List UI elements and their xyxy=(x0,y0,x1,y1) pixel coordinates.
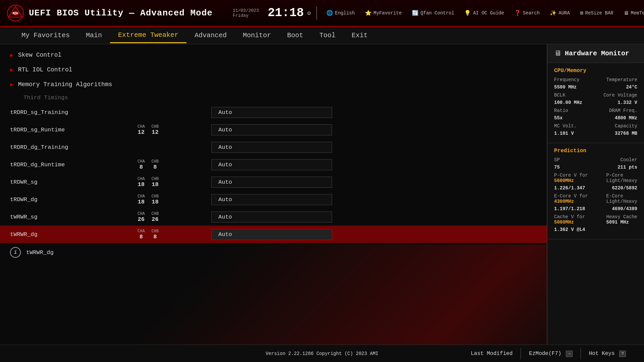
dram-freq-label: DRAM Freq. xyxy=(609,108,637,113)
sidebar-item-rtl-iol[interactable]: ▶ RTL IOL Control xyxy=(0,62,547,77)
settings-icon[interactable]: ⚙ xyxy=(307,9,311,17)
nav-extreme-tweaker[interactable]: Extreme Tweaker xyxy=(110,28,186,43)
datetime-block: 11/03/2023 Friday xyxy=(233,8,259,18)
ezmode-button[interactable]: EzMode(F7) → xyxy=(521,348,581,359)
pcore-v-col: P-Core V for 5600MHz xyxy=(554,173,588,183)
qfan-icon: 🔄 xyxy=(412,10,419,16)
timing-value-box[interactable]: Auto xyxy=(211,107,332,118)
header-title: UEFI BIOS Utility — Advanced Mode xyxy=(29,8,213,18)
pcore-v-freq: 5600MHz xyxy=(554,178,588,183)
timing-value-box[interactable]: Auto xyxy=(211,229,332,240)
core-voltage-label: Core Voltage xyxy=(603,93,637,98)
toolbar-qfan[interactable]: 🔄 Qfan Control xyxy=(408,8,459,18)
footer-version: Version 2.22.1286 Copyright (C) 2023 AMI xyxy=(266,351,378,356)
memtest-icon: 🖥 xyxy=(624,10,629,16)
footer-actions: Last Modified EzMode(F7) → Hot Keys ? xyxy=(463,348,634,359)
toolbar-memtest[interactable]: 🖥 MemTest86 xyxy=(620,9,644,18)
timing-value-box[interactable]: Auto xyxy=(211,142,332,153)
sidebar-prediction-section: Prediction SP Cooler 75 211 pts P-Core V… xyxy=(547,143,644,239)
nav-my-favorites[interactable]: My Favorites xyxy=(13,28,78,43)
mc-volt-label: MC Volt. xyxy=(554,123,577,129)
date-line1: 11/03/2023 xyxy=(233,8,259,13)
time-display: 21:18 xyxy=(268,7,304,19)
info-text: tWRWR_dg xyxy=(26,249,54,256)
toolbar-english[interactable]: 🌐 English xyxy=(322,8,359,18)
ezmode-label: EzMode(F7) xyxy=(529,351,561,357)
dram-freq-value: 4800 MHz xyxy=(615,115,637,121)
timing-row-tRDWR-sg[interactable]: tRDWR_sg CHA 18 CHB 18 Auto xyxy=(0,173,547,191)
timing-name: tRDWR_sg xyxy=(10,179,138,185)
cpu-memory-title: CPU/Memory xyxy=(554,68,637,74)
timing-name: tRDRD_dg_Training xyxy=(10,144,138,150)
timing-value-box[interactable]: Auto xyxy=(211,212,332,223)
toolbar-english-label: English xyxy=(335,10,355,16)
nav-monitor[interactable]: Monitor xyxy=(235,28,279,43)
toolbar-aioc[interactable]: 💡 AI OC Guide xyxy=(460,8,508,18)
cha-chb-block: CHA 12 CHB 12 xyxy=(138,124,211,135)
timing-row-tRDRD-sg-Runtime[interactable]: tRDRD_sg_Runtime CHA 12 CHB 12 Auto xyxy=(0,121,547,138)
sp-label: SP xyxy=(554,157,560,163)
toolbar-search-label: Search xyxy=(523,10,540,16)
cha-chb-block: CHA 26 CHB 26 xyxy=(138,212,211,223)
toolbar-search[interactable]: ❓ Search xyxy=(510,8,544,18)
cha-chb-block: CHA 18 CHB 18 xyxy=(138,194,211,205)
rtl-iol-label: RTL IOL Control xyxy=(18,66,72,73)
frequency-value: 5500 MHz xyxy=(554,84,577,90)
toolbar-aura[interactable]: ✨ AURA xyxy=(546,8,574,18)
timing-row-tRDRD-dg-Training[interactable]: tRDRD_dg_Training Auto xyxy=(0,138,547,156)
nav-advanced[interactable]: Advanced xyxy=(186,28,235,43)
hot-keys-label: Hot Keys xyxy=(589,351,615,357)
timing-row-tRDRD-sg-Training[interactable]: tRDRD_sg_Training Auto xyxy=(0,104,547,121)
header-toolbar: 11/03/2023 Friday 21:18 ⚙ 🌐 English ⭐ My… xyxy=(233,6,644,20)
chb-block: CHB 18 xyxy=(152,194,159,205)
monitor-icon: 🖥 xyxy=(554,49,561,58)
timing-value-box[interactable]: Auto xyxy=(211,194,332,205)
cha-chb-block: CHA 8 CHB 8 xyxy=(138,229,211,240)
chb-block: CHB 26 xyxy=(152,212,159,223)
cache-v-col: Cache V for 5000MHz xyxy=(554,214,585,225)
mc-volt-value: 1.101 V xyxy=(554,131,574,136)
chb-block: CHB 12 xyxy=(152,124,159,135)
cha-block: CHA 8 xyxy=(138,159,145,170)
toolbar-myfavorite[interactable]: ⭐ MyFavorite xyxy=(361,8,406,18)
temperature-label: Temperature xyxy=(606,77,637,82)
chb-block: CHB 18 xyxy=(152,177,159,188)
timing-value-box[interactable]: Auto xyxy=(211,159,332,170)
ecore-v-val-row: 1.197/1.218 4690/4389 xyxy=(554,206,637,212)
chb-block: CHB 8 xyxy=(152,159,159,170)
timing-row-tRDRD-dg-Runtime[interactable]: tRDRD_dg_Runtime CHA 8 CHB 8 Auto xyxy=(0,156,547,173)
footer: Version 2.22.1286 Copyright (C) 2023 AMI… xyxy=(0,345,644,362)
sidebar-item-memory-training[interactable]: ▶ Memory Training Algorithms xyxy=(0,77,547,92)
toolbar-memtest-label: MemTest86 xyxy=(631,10,644,16)
sidebar-cpu-memory-section: CPU/Memory Frequency Temperature 5500 MH… xyxy=(547,63,644,143)
nav-exit[interactable]: Exit xyxy=(343,28,376,43)
timing-value-box[interactable]: Auto xyxy=(211,124,332,135)
timing-name: tRDRD_sg_Training xyxy=(10,109,138,116)
ratio-label: Ratio xyxy=(554,108,568,113)
nav-main[interactable]: Main xyxy=(78,28,110,43)
cache-v-label: Cache V for xyxy=(554,214,585,220)
timing-row-tWRWR-dg-selected[interactable]: tWRWR_dg CHA 8 CHB 8 Auto xyxy=(0,226,547,243)
nav-tool[interactable]: Tool xyxy=(311,28,343,43)
timing-value-box[interactable]: Auto xyxy=(211,177,332,188)
ecore-lh-label2: Light/Heavy xyxy=(606,199,637,204)
arrow-icon: ▶ xyxy=(10,81,13,88)
bclk-value: 100.00 MHz xyxy=(554,100,582,105)
last-modified-button[interactable]: Last Modified xyxy=(463,348,521,359)
timing-name: tRDWR_dg xyxy=(10,196,138,203)
ecore-v-val: 1.197/1.218 xyxy=(554,206,585,212)
cooler-label: Cooler xyxy=(621,157,637,163)
timing-row-tWRWR-sg[interactable]: tWRWR_sg CHA 26 CHB 26 Auto xyxy=(0,208,547,226)
timing-name: tWRWR_sg xyxy=(10,214,138,220)
arrow-icon: ▶ xyxy=(10,66,13,73)
content-area: ▶ Skew Control ▶ RTL IOL Control ▶ Memor… xyxy=(0,44,547,345)
bclk-row: BCLK Core Voltage xyxy=(554,93,637,98)
toolbar-resizebar[interactable]: ⊞ ReSize BAR xyxy=(576,8,618,18)
heavy-cache-value: 5091 MHz xyxy=(606,220,637,225)
sidebar-item-skew-control[interactable]: ▶ Skew Control xyxy=(0,48,547,62)
myfavorite-icon: ⭐ xyxy=(365,10,372,16)
timing-row-tRDWR-dg[interactable]: tRDWR_dg CHA 18 CHB 18 Auto xyxy=(0,191,547,208)
hot-keys-button[interactable]: Hot Keys ? xyxy=(581,348,634,359)
nav-boot[interactable]: Boot xyxy=(279,28,311,43)
pcore-v-row: P-Core V for 5600MHz P-Core Light/Heavy xyxy=(554,173,637,183)
